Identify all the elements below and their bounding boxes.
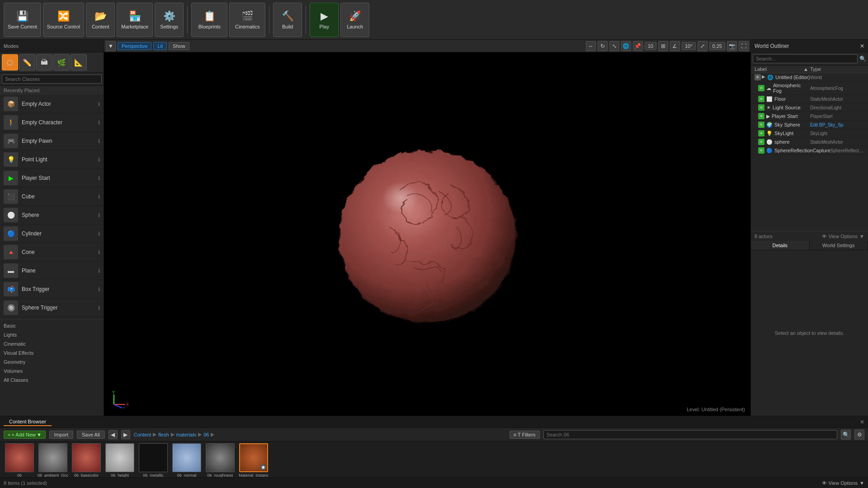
content-item-material-instance[interactable]: ✱ Material_instance xyxy=(238,443,269,477)
category-all-classes[interactable]: All Classes xyxy=(0,375,104,385)
list-item[interactable]: 💡 Point Light ℹ xyxy=(0,150,104,169)
search-content-btn[interactable]: 🔍 xyxy=(841,430,851,440)
sort-icon[interactable]: ▲ xyxy=(803,66,808,72)
point-light-info[interactable]: ℹ xyxy=(98,157,100,163)
list-item[interactable]: 🔵 Cylinder ℹ xyxy=(0,225,104,243)
import-button[interactable]: Import xyxy=(49,431,73,439)
search-classes-input[interactable] xyxy=(2,75,102,84)
breadcrumb-content[interactable]: Content xyxy=(134,432,151,437)
outliner-item-light-source[interactable]: 👁 ☀ Light Source DirectionalLight xyxy=(751,103,868,112)
grid-snap-icon[interactable]: ⊞ xyxy=(658,41,668,51)
category-geometry[interactable]: Geometry xyxy=(0,357,104,366)
save-all-button[interactable]: Save All xyxy=(77,431,105,439)
camera-speed-icon[interactable]: 📷 xyxy=(727,41,737,51)
outliner-item-sphere[interactable]: 👁 ⚪ sphere StaticMeshActor xyxy=(751,138,868,146)
content-item-06[interactable]: 06 xyxy=(4,443,35,477)
list-item[interactable]: ▶ Player Start ℹ xyxy=(0,169,104,188)
settings-button[interactable]: ⚙️ Settings xyxy=(155,3,184,37)
visibility-icon[interactable]: 👁 xyxy=(758,122,764,128)
filters-button[interactable]: ≡ T Filters xyxy=(509,431,540,439)
add-new-button[interactable]: + + Add New ▼ xyxy=(4,431,46,439)
geometry-mode-icon[interactable]: 📐 xyxy=(71,54,87,70)
foliage-mode-icon[interactable]: 🌿 xyxy=(53,54,70,70)
rotate-icon[interactable]: ↻ xyxy=(598,41,608,51)
breadcrumb-materials[interactable]: materials xyxy=(176,432,197,437)
back-button[interactable]: ◀ xyxy=(108,430,118,439)
view-options-btn[interactable]: 👁 View Options ▼ xyxy=(822,234,865,239)
list-item[interactable]: ▬ Plane ℹ xyxy=(0,262,104,280)
visibility-icon[interactable]: 👁 xyxy=(758,130,764,136)
scale-icon[interactable]: ⤡ xyxy=(609,41,619,51)
category-cinematic[interactable]: Cinematic xyxy=(0,339,104,348)
paint-mode-icon[interactable]: ✏️ xyxy=(19,54,35,70)
cinematics-button[interactable]: 🎬 Cinematics xyxy=(229,3,265,37)
marketplace-button[interactable]: 🏪 Marketplace xyxy=(117,3,153,37)
empty-character-info[interactable]: ℹ xyxy=(98,120,100,126)
outliner-item-atmospheric-fog[interactable]: 👁 ☁ Atmospheric Fog AtmosphericFog xyxy=(751,82,868,95)
show-btn[interactable]: Show xyxy=(169,42,189,50)
content-browser-tab[interactable]: Content Browser xyxy=(4,418,52,426)
perspective-btn[interactable]: Perspective xyxy=(118,42,151,50)
visibility-icon[interactable]: 👁 xyxy=(755,74,761,80)
list-item[interactable]: 🔺 Cone ℹ xyxy=(0,243,104,262)
category-basic[interactable]: Basic xyxy=(0,321,104,330)
breadcrumb-flesh[interactable]: flesh xyxy=(158,432,169,437)
grid-size-btn[interactable]: 10 xyxy=(645,42,656,50)
close-icon[interactable]: ✕ xyxy=(860,43,864,49)
list-item[interactable]: 📦 Empty Actor ℹ xyxy=(0,95,104,113)
outliner-item-player-start[interactable]: 👁 ▶ Player Start PlayerStart xyxy=(751,112,868,121)
content-item-height[interactable]: 06_height xyxy=(104,443,136,477)
list-item[interactable]: 🚶 Empty Character ℹ xyxy=(0,113,104,132)
place-mode-icon[interactable]: ⬡ xyxy=(2,54,18,70)
outliner-item-untitled-editor[interactable]: 👁 ▶ 🌐 Untitled (Editor) World xyxy=(751,73,868,82)
cube-info[interactable]: ℹ xyxy=(98,194,100,200)
world-local-icon[interactable]: 🌐 xyxy=(621,41,631,51)
content-search-input[interactable] xyxy=(543,430,837,439)
category-visual-effects[interactable]: Visual Effects xyxy=(0,348,104,357)
breadcrumb-06[interactable]: 06 xyxy=(203,432,209,437)
list-item[interactable]: ⬛ Cube ℹ xyxy=(0,188,104,206)
build-button[interactable]: 🔨 Build xyxy=(273,3,302,37)
player-start-info[interactable]: ℹ xyxy=(98,175,100,181)
expand-icon[interactable]: ▶ xyxy=(762,74,765,80)
translate-icon[interactable]: ↔ xyxy=(586,41,596,51)
content-item-metallic[interactable]: 06_metallic xyxy=(137,443,169,477)
visibility-icon[interactable]: 👁 xyxy=(758,85,764,91)
scale-snap-icon[interactable]: ⤢ xyxy=(698,41,708,51)
outliner-search-input[interactable] xyxy=(753,54,858,63)
content-item-normal[interactable]: 06_normal xyxy=(171,443,203,477)
scale-value-btn[interactable]: 0,25 xyxy=(709,42,725,50)
visibility-icon[interactable]: 👁 xyxy=(758,96,764,102)
list-item[interactable]: 🔘 Sphere Trigger ℹ xyxy=(0,299,104,317)
content-settings-btn[interactable]: ⚙ xyxy=(854,430,864,440)
close-content-browser-btn[interactable]: ✕ xyxy=(860,419,864,425)
outliner-item-skylight[interactable]: 👁 💡 SkyLight SkyLight xyxy=(751,129,868,138)
forward-button[interactable]: ▶ xyxy=(121,430,130,439)
cylinder-info[interactable]: ℹ xyxy=(98,231,100,237)
landscape-mode-icon[interactable]: 🏔 xyxy=(36,54,52,70)
outliner-item-floor[interactable]: 👁 ⬜ Floor StaticMeshActor xyxy=(751,95,868,103)
source-control-button[interactable]: 🔀 Source Control xyxy=(43,3,84,37)
content-item-ambient-occlusion[interactable]: 06_ambient_Occlusion xyxy=(37,443,69,477)
surface-snap-icon[interactable]: 📌 xyxy=(633,41,643,51)
save-current-button[interactable]: 💾 Save Current xyxy=(4,3,41,37)
category-lights[interactable]: Lights xyxy=(0,330,104,339)
sphere-info[interactable]: ℹ xyxy=(98,212,100,218)
visibility-icon[interactable]: 👁 xyxy=(758,147,764,154)
launch-button[interactable]: 🚀 Launch xyxy=(340,3,369,37)
box-trigger-info[interactable]: ℹ xyxy=(98,286,100,292)
outliner-item-sphere-reflection[interactable]: 👁 🔵 SphereReflectionCapture SphereReflec… xyxy=(751,146,868,155)
cone-info[interactable]: ℹ xyxy=(98,249,100,255)
tab-details[interactable]: Details xyxy=(751,241,810,250)
content-button[interactable]: 📂 Content xyxy=(86,3,115,37)
lit-btn[interactable]: Lit xyxy=(153,42,167,50)
visibility-icon[interactable]: 👁 xyxy=(758,113,764,119)
sphere-trigger-info[interactable]: ℹ xyxy=(98,305,100,311)
category-volumes[interactable]: Volumes xyxy=(0,366,104,375)
play-button[interactable]: ▶ Play xyxy=(310,3,339,37)
list-item[interactable]: 📫 Box Trigger ℹ xyxy=(0,280,104,299)
empty-pawn-info[interactable]: ℹ xyxy=(98,138,100,144)
tab-world-settings[interactable]: World Settings xyxy=(810,241,868,250)
blueprints-button[interactable]: 📋 Blueprints xyxy=(191,3,227,37)
content-item-basecolor[interactable]: 06_basecolor xyxy=(71,443,102,477)
